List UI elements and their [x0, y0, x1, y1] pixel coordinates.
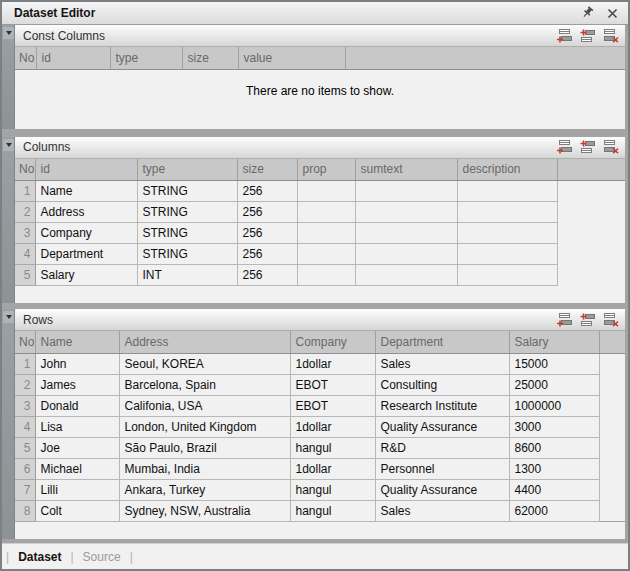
add-row-icon[interactable] [555, 311, 574, 328]
add-row-icon[interactable] [555, 27, 574, 44]
column-header-department[interactable]: Department [375, 331, 509, 353]
cell-department[interactable]: Personnel [375, 458, 509, 479]
cell-sumtext[interactable] [355, 181, 457, 202]
cell-company[interactable]: 1dollar [290, 416, 375, 437]
cell-department[interactable]: Consulting [375, 374, 509, 395]
cell-description[interactable] [457, 244, 557, 265]
cell-company[interactable]: EBOT [290, 374, 375, 395]
cell-address[interactable]: Califonia, USA [119, 395, 290, 416]
cell-id[interactable]: Company [35, 223, 137, 244]
row-number[interactable]: 5 [15, 265, 35, 286]
close-icon[interactable] [605, 6, 620, 21]
insert-row-icon[interactable] [578, 311, 597, 328]
cell-id[interactable]: Department [35, 244, 137, 265]
cell-name[interactable]: Donald [35, 395, 119, 416]
cell-name[interactable]: James [35, 374, 119, 395]
column-header-value[interactable]: value [238, 47, 345, 69]
cell-sumtext[interactable] [355, 265, 457, 286]
row-number[interactable]: 3 [15, 223, 35, 244]
insert-row-icon[interactable] [578, 139, 597, 156]
chevron-down-icon[interactable] [3, 27, 14, 39]
cell-size[interactable]: 256 [237, 223, 297, 244]
cell-name[interactable]: Joe [35, 437, 119, 458]
cell-department[interactable]: Research Institute [375, 395, 509, 416]
column-header-type[interactable]: type [110, 47, 182, 69]
cell-company[interactable]: 1dollar [290, 458, 375, 479]
chevron-down-icon[interactable] [3, 311, 14, 323]
cell-address[interactable]: Mumbai, India [119, 458, 290, 479]
column-header-size[interactable]: size [182, 47, 238, 69]
cell-name[interactable]: Colt [35, 500, 119, 521]
cell-prop[interactable] [297, 244, 355, 265]
cell-company[interactable]: hangul [290, 500, 375, 521]
row-number[interactable]: 5 [15, 437, 35, 458]
cell-prop[interactable] [297, 223, 355, 244]
cell-size[interactable]: 256 [237, 202, 297, 223]
tab-source[interactable]: Source [83, 550, 121, 564]
delete-row-icon[interactable] [601, 311, 620, 328]
column-header-no[interactable]: No [15, 47, 36, 69]
row-number[interactable]: 4 [15, 416, 35, 437]
cell-salary[interactable]: 4400 [509, 479, 599, 500]
delete-row-icon[interactable] [601, 139, 620, 156]
cell-description[interactable] [457, 181, 557, 202]
row-number[interactable]: 2 [15, 374, 35, 395]
column-header-sumtext[interactable]: sumtext [355, 159, 457, 181]
cell-address[interactable]: Sydney, NSW, Australia [119, 500, 290, 521]
cell-company[interactable]: hangul [290, 437, 375, 458]
cell-type[interactable]: STRING [137, 202, 237, 223]
column-header-type[interactable]: type [137, 159, 237, 181]
cell-sumtext[interactable] [355, 223, 457, 244]
cell-address[interactable]: São Paulo, Brazil [119, 437, 290, 458]
row-number[interactable]: 3 [15, 395, 35, 416]
cell-sumtext[interactable] [355, 244, 457, 265]
row-number[interactable]: 7 [15, 479, 35, 500]
cell-description[interactable] [457, 202, 557, 223]
cell-type[interactable]: STRING [137, 244, 237, 265]
cell-address[interactable]: Ankara, Turkey [119, 479, 290, 500]
add-row-icon[interactable] [555, 139, 574, 156]
cell-department[interactable]: Sales [375, 353, 509, 374]
cell-salary[interactable]: 1000000 [509, 395, 599, 416]
column-header-id[interactable]: id [36, 47, 110, 69]
column-header-no[interactable]: No [15, 331, 35, 353]
tab-dataset[interactable]: Dataset [18, 550, 61, 564]
cell-department[interactable]: Sales [375, 500, 509, 521]
chevron-down-icon[interactable] [3, 139, 14, 151]
cell-salary[interactable]: 25000 [509, 374, 599, 395]
row-number[interactable]: 1 [15, 181, 35, 202]
cell-department[interactable]: R&D [375, 437, 509, 458]
insert-row-icon[interactable] [578, 27, 597, 44]
cell-size[interactable]: 256 [237, 244, 297, 265]
cell-id[interactable]: Salary [35, 265, 137, 286]
cell-prop[interactable] [297, 181, 355, 202]
cell-department[interactable]: Quality Assurance [375, 479, 509, 500]
cell-prop[interactable] [297, 265, 355, 286]
cell-size[interactable]: 256 [237, 265, 297, 286]
column-header-size[interactable]: size [237, 159, 297, 181]
const-columns-section-header[interactable]: Const Columns [15, 25, 625, 47]
cell-address[interactable]: London, United Kingdom [119, 416, 290, 437]
column-header-no[interactable]: No [15, 159, 35, 181]
columns-section-header[interactable]: Columns [15, 137, 625, 159]
cell-salary[interactable]: 3000 [509, 416, 599, 437]
column-header-name[interactable]: Name [35, 331, 119, 353]
cell-address[interactable]: Seoul, KOREA [119, 353, 290, 374]
column-header-prop[interactable]: prop [297, 159, 355, 181]
row-number[interactable]: 1 [15, 353, 35, 374]
cell-description[interactable] [457, 265, 557, 286]
column-header-salary[interactable]: Salary [509, 331, 599, 353]
row-number[interactable]: 6 [15, 458, 35, 479]
cell-type[interactable]: STRING [137, 223, 237, 244]
cell-address[interactable]: Barcelona, Spain [119, 374, 290, 395]
cell-company[interactable]: EBOT [290, 395, 375, 416]
cell-type[interactable]: STRING [137, 181, 237, 202]
cell-company[interactable]: 1dollar [290, 353, 375, 374]
column-header-id[interactable]: id [35, 159, 137, 181]
row-number[interactable]: 2 [15, 202, 35, 223]
cell-salary[interactable]: 1300 [509, 458, 599, 479]
cell-name[interactable]: Lilli [35, 479, 119, 500]
column-header-address[interactable]: Address [119, 331, 290, 353]
cell-type[interactable]: INT [137, 265, 237, 286]
row-number[interactable]: 4 [15, 244, 35, 265]
